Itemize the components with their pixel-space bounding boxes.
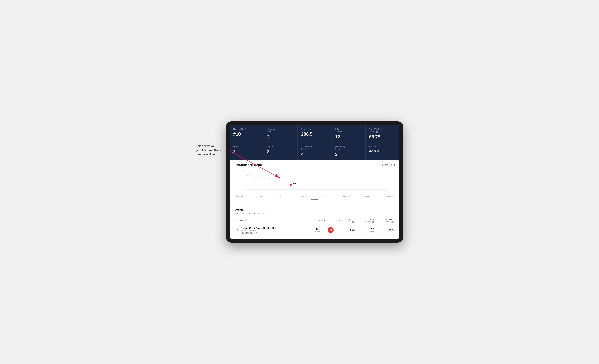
position-value: 6th <box>311 228 325 231</box>
col-position: Position <box>310 217 326 225</box>
events-header: Events <box>234 208 395 211</box>
annotation-bold: National Rank <box>202 149 221 152</box>
perf-label: National Rank <box>381 164 395 166</box>
events-table-head: Event Name Position Score EventSG i Tota… <box>234 217 395 225</box>
rank-arrow-icon: ▼ <box>255 232 257 234</box>
col-weighted-points: WeightedPoints i <box>375 217 395 225</box>
event-rank-impact: Rank Impact: 3 ▼ <box>241 232 276 234</box>
stat-regional-rank: RegionalRank 2 <box>264 125 297 142</box>
annotation-line3: trend over time <box>196 153 215 156</box>
score-badge: -22 <box>327 227 334 233</box>
info-icon-avg: i <box>376 131 378 133</box>
perf-header: Performance Trend National Rank <box>234 163 395 167</box>
performance-section: Performance Trend National Rank <box>230 160 399 205</box>
svg-text:#10: #10 <box>293 183 296 185</box>
event-sg-value: 0.45 <box>350 229 354 231</box>
page-wrapper: This shows you your National Rank trend … <box>196 121 403 243</box>
event-name-text: Buster Cozy Cup – Stroke Play <box>241 227 276 230</box>
events-last-updated: Last updated: 24th November 2023 <box>234 212 395 214</box>
stat-national-rank: National Rank #10 <box>230 125 264 142</box>
tablet-screen: National Rank #10 RegionalRank 2 Scoring… <box>230 125 399 239</box>
col-score: Score <box>326 217 341 225</box>
stat-match-play: Match PlayEvents 2 <box>332 142 365 160</box>
chart-months-label: Months <box>234 199 395 201</box>
weighted-points-value: 28.3 <box>389 229 394 232</box>
event-date: Oct 9 - Oct 10, 2023 <box>241 230 276 232</box>
col-total-points: TotalPoints i <box>356 217 375 225</box>
events-section: Events Last updated: 24th November 2023 … <box>230 205 399 239</box>
svg-point-10 <box>290 184 292 186</box>
performance-chart: #10 <box>234 170 395 194</box>
stat-scoring-avg: Scoring Avg. 286.5 <box>298 125 331 142</box>
total-points-value: 28.3 <box>357 228 374 231</box>
annotation-text: This shows you your National Rank trend … <box>196 144 221 157</box>
total-rounds-value: 3 Rounds <box>357 231 374 233</box>
stat-wins: Wins 2 <box>230 142 264 160</box>
annotation-line1: This shows you <box>196 144 215 148</box>
events-table-body: 🏌️ Buster Cozy Cup – Stroke Play Oct 9 -… <box>234 225 395 236</box>
perf-title: Performance Trend <box>234 163 262 167</box>
table-row: 🏌️ Buster Cozy Cup – Stroke Play Oct 9 -… <box>234 225 395 236</box>
col-event-name: Event Name <box>234 217 310 225</box>
info-icon-tp: i <box>372 221 374 223</box>
event-name-cell: 🏌️ Buster Cozy Cup – Stroke Play Oct 9 -… <box>234 225 310 236</box>
events-title: Events <box>234 208 395 211</box>
total-points-cell: 28.3 3 Rounds <box>356 225 375 236</box>
events-table-header-row: Event Name Position Score EventSG i Tota… <box>234 217 395 225</box>
event-golf-icon: 🏌️ <box>236 228 239 232</box>
weighted-points-cell: 28.3 <box>375 225 395 236</box>
stat-top3s: Top 3s 2 <box>264 142 297 160</box>
chart-x-axis: OCT 23 NOV 23 DEC 23 JAN 24 FEB 24 MAR 2… <box>234 196 395 198</box>
stat-avg-weighted: Avg. WeightedPoints i 68.75 <box>366 125 399 142</box>
stat-stroke-play: Stroke PlayEvents 4 <box>298 142 331 160</box>
event-score-cell: -22 <box>326 225 341 236</box>
events-table: Event Name Position Score EventSG i Tota… <box>234 217 395 236</box>
event-position-cell: 6th out of 7 <box>310 225 326 236</box>
annotation-line2: your <box>196 149 202 152</box>
chart-container: #10 <box>234 170 395 194</box>
event-sg-cell: 0.45 <box>341 225 356 236</box>
col-event-sg: EventSG i <box>341 217 356 225</box>
stat-record: Record 32-8-0 <box>366 142 399 160</box>
info-icon-wp: i <box>391 221 394 223</box>
stats-row-1: National Rank #10 RegionalRank 2 Scoring… <box>230 125 399 142</box>
tablet-frame: National Rank #10 RegionalRank 2 Scoring… <box>226 121 403 243</box>
stats-row-2: Wins 2 Top 3s 2 Stroke PlayEvents 4 Matc… <box>230 142 399 160</box>
stat-total-rounds: TotalRounds 12 <box>332 125 365 142</box>
position-sub: out of 7 <box>311 231 325 233</box>
info-icon-sg: i <box>352 221 354 223</box>
